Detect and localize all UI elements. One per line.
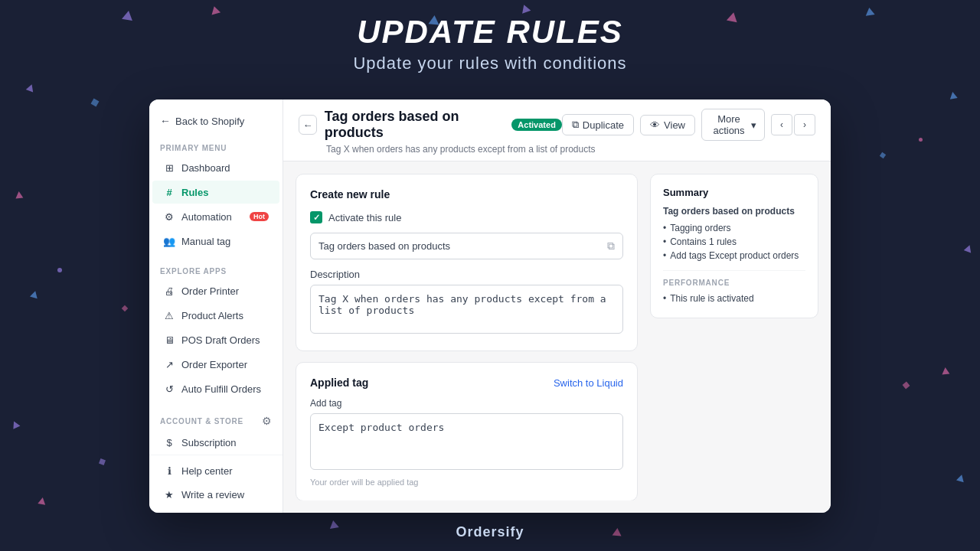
sidebar-item-manual-tag[interactable]: 👥 Manual tag bbox=[152, 230, 279, 253]
hot-badge: Hot bbox=[250, 212, 269, 221]
help-center-icon: ℹ bbox=[163, 465, 175, 477]
sidebar-item-rules-label: Rules bbox=[181, 187, 208, 198]
hero-subtitle: Update your rules with conditions bbox=[0, 54, 980, 73]
summary-item-0: Tagging orders bbox=[663, 221, 805, 235]
back-button[interactable]: ← bbox=[299, 115, 317, 135]
description-textarea[interactable] bbox=[310, 285, 623, 334]
sidebar-item-help-center-label: Help center bbox=[181, 465, 232, 477]
back-arrow-icon: ← bbox=[160, 115, 171, 127]
sidebar-item-log-out-label: Log out bbox=[181, 513, 214, 514]
log-out-icon: ⊙ bbox=[163, 512, 175, 513]
back-to-shopify-label: Back to Shopify bbox=[175, 116, 244, 127]
activate-checkbox[interactable] bbox=[310, 211, 322, 223]
duplicate-icon: ⧉ bbox=[572, 119, 579, 131]
write-review-icon: ★ bbox=[163, 488, 175, 500]
order-exporter-icon: ↗ bbox=[163, 358, 175, 370]
rules-icon: # bbox=[163, 186, 175, 198]
sidebar-item-pos-draft-orders[interactable]: 🖥 POS Draft Orders bbox=[152, 328, 279, 351]
app-container: ← Back to Shopify PRIMARY MENU ⊞ Dashboa… bbox=[149, 99, 831, 513]
rule-name-value: Tag orders based on products bbox=[318, 240, 450, 252]
summary-item-1: Contains 1 rules bbox=[663, 235, 805, 249]
activated-badge: Activated bbox=[511, 119, 562, 131]
product-alerts-icon: ⚠ bbox=[163, 309, 175, 321]
settings-icon[interactable]: ⚙ bbox=[262, 415, 272, 427]
page-title: Tag orders based on products bbox=[325, 109, 504, 141]
sidebar-item-write-review[interactable]: ★ Write a review bbox=[152, 483, 279, 506]
summary-item-2: Add tags Except product orders bbox=[663, 249, 805, 262]
right-panel: Summary Tag orders based on products Tag… bbox=[650, 174, 818, 500]
sidebar-item-product-alerts-label: Product Alerts bbox=[181, 310, 243, 321]
summary-title: Summary bbox=[663, 187, 805, 198]
order-printer-icon: 🖨 bbox=[163, 285, 175, 297]
sidebar-item-help-center[interactable]: ℹ Help center bbox=[152, 459, 279, 482]
description-label: Description bbox=[310, 269, 623, 280]
create-rule-title: Create new rule bbox=[310, 188, 623, 201]
sidebar-item-dashboard[interactable]: ⊞ Dashboard bbox=[152, 156, 279, 179]
applied-tag-card: Applied tag Switch to Liquid Add tag You… bbox=[296, 362, 638, 500]
sidebar-item-auto-fulfill[interactable]: ↺ Auto Fulfill Orders bbox=[152, 377, 279, 400]
next-button[interactable]: › bbox=[794, 114, 815, 135]
pos-draft-icon: 🖥 bbox=[163, 334, 175, 346]
back-to-shopify-link[interactable]: ← Back to Shopify bbox=[149, 109, 283, 133]
performance-label: PERFORMANCE bbox=[663, 279, 805, 287]
sidebar-item-automation[interactable]: ⚙ Automation Hot bbox=[152, 205, 279, 228]
account-store-label: ACCOUNT & STORE bbox=[160, 417, 243, 425]
hero-section: UPDATE RULES Update your rules with cond… bbox=[0, 14, 980, 73]
chevron-down-icon: ▾ bbox=[751, 119, 756, 131]
summary-list: Tagging orders Contains 1 rules Add tags… bbox=[663, 221, 805, 262]
duplicate-button[interactable]: ⧉ Duplicate bbox=[562, 114, 634, 135]
rule-name-field[interactable]: Tag orders based on products ⧉ bbox=[310, 233, 623, 259]
create-rule-card: Create new rule Activate this rule Tag o… bbox=[296, 174, 638, 351]
sidebar: ← Back to Shopify PRIMARY MENU ⊞ Dashboa… bbox=[149, 99, 283, 513]
hero-title: UPDATE RULES bbox=[0, 14, 980, 51]
view-button[interactable]: 👁 View bbox=[640, 115, 695, 135]
footer-brand: Ordersify bbox=[0, 524, 980, 540]
copy-icon[interactable]: ⧉ bbox=[607, 240, 615, 253]
switch-liquid-button[interactable]: Switch to Liquid bbox=[554, 377, 623, 389]
auto-fulfill-icon: ↺ bbox=[163, 383, 175, 395]
content-area: Create new rule Activate this rule Tag o… bbox=[283, 161, 831, 513]
add-tag-label: Add tag bbox=[310, 398, 623, 409]
main-content: ← Tag orders based on products Activated… bbox=[283, 99, 831, 513]
dashboard-icon: ⊞ bbox=[163, 161, 175, 174]
sidebar-item-order-printer[interactable]: 🖨 Order Printer bbox=[152, 279, 279, 302]
sidebar-item-manual-tag-label: Manual tag bbox=[181, 236, 230, 247]
nav-arrows: ‹ › bbox=[771, 114, 815, 135]
explore-apps-label: EXPLORE APPS bbox=[149, 262, 283, 279]
activate-label: Activate this rule bbox=[328, 212, 401, 223]
view-icon: 👁 bbox=[650, 119, 660, 131]
top-bar: ← Tag orders based on products Activated… bbox=[283, 99, 831, 161]
sidebar-item-order-exporter[interactable]: ↗ Order Exporter bbox=[152, 353, 279, 376]
helper-text: Your order will be applied tag bbox=[310, 478, 623, 487]
sidebar-item-subscription-label: Subscription bbox=[181, 437, 237, 448]
summary-rule-name: Tag orders based on products bbox=[663, 206, 805, 217]
summary-card: Summary Tag orders based on products Tag… bbox=[650, 174, 818, 318]
sidebar-item-auto-fulfill-label: Auto Fulfill Orders bbox=[181, 383, 261, 395]
sidebar-item-product-alerts[interactable]: ⚠ Product Alerts bbox=[152, 304, 279, 327]
activate-rule-row: Activate this rule bbox=[310, 211, 623, 223]
sidebar-item-automation-label: Automation bbox=[181, 211, 232, 223]
sidebar-item-order-printer-label: Order Printer bbox=[181, 285, 239, 297]
prev-button[interactable]: ‹ bbox=[771, 114, 792, 135]
tag-input[interactable] bbox=[310, 413, 623, 470]
page-subtitle: Tag X when orders has any products excep… bbox=[299, 144, 815, 155]
sidebar-item-rules[interactable]: # Rules bbox=[152, 181, 279, 204]
applied-tag-title: Applied tag bbox=[310, 377, 368, 389]
manual-tag-icon: 👥 bbox=[163, 235, 175, 247]
sidebar-item-order-exporter-label: Order Exporter bbox=[181, 359, 247, 370]
subscription-icon: $ bbox=[163, 436, 175, 448]
more-actions-button[interactable]: More actions ▾ bbox=[701, 109, 765, 141]
automation-icon: ⚙ bbox=[163, 210, 175, 223]
sidebar-item-dashboard-label: Dashboard bbox=[181, 162, 230, 174]
left-panel: Create new rule Activate this rule Tag o… bbox=[296, 174, 638, 500]
sidebar-item-subscription[interactable]: $ Subscription bbox=[152, 431, 279, 454]
sidebar-item-log-out[interactable]: ⊙ Log out bbox=[152, 507, 279, 513]
primary-menu-label: PRIMARY MENU bbox=[149, 139, 283, 155]
performance-item-0: This rule is activated bbox=[663, 292, 805, 305]
sidebar-item-pos-draft-label: POS Draft Orders bbox=[181, 334, 260, 346]
performance-list: This rule is activated bbox=[663, 292, 805, 305]
sidebar-item-write-review-label: Write a review bbox=[181, 489, 244, 500]
